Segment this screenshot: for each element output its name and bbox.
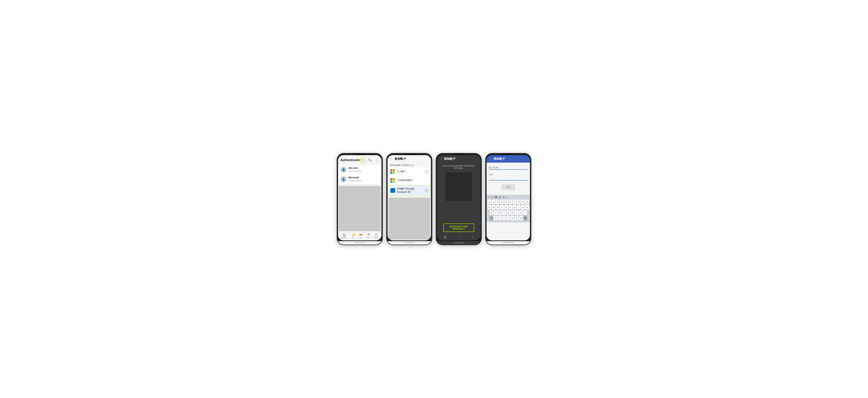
key-z[interactable]: z	[494, 216, 497, 220]
key-v[interactable]: v	[506, 216, 510, 220]
done-button[interactable]: 完成	[501, 184, 515, 190]
account-name-microsoft: Microsoft	[348, 176, 378, 179]
phone3-bottom-nav: ||| ○ ‹	[437, 234, 480, 240]
key-backspace[interactable]: ⌫	[523, 216, 527, 220]
settings-icon[interactable]: ⚙	[503, 196, 505, 199]
nav-password[interactable]: 🔑 密码	[352, 233, 355, 239]
phone-2: ← 添加帐户 您添加的帐户类型是什么? 个人帐户 i	[386, 153, 432, 245]
keyboard-rows: 1 2 3 4 5 6 7 8 9 0 q w e r t y	[487, 199, 530, 222]
keyboard-icon[interactable]: ⌨	[494, 196, 497, 199]
account-sub-okx	[348, 170, 362, 172]
back-button-phone2[interactable]: ←	[390, 157, 393, 161]
form-area: 密钥 完成	[487, 163, 530, 195]
key-8[interactable]: 8	[517, 200, 521, 204]
info-icon-other[interactable]: i	[425, 189, 428, 192]
number-row: 1 2 3 4 5 6 7 8 9 0	[487, 200, 530, 204]
screen-title-phone3: 添加帐户	[444, 157, 456, 161]
key-6[interactable]: 6	[508, 200, 512, 204]
key-t[interactable]: t	[504, 205, 508, 210]
add-button[interactable]: +	[360, 158, 366, 163]
account-item-microsoft[interactable]: 👤 Microsoft ›	[338, 175, 381, 184]
key-u[interactable]: u	[513, 205, 516, 210]
nav-back-icon: ‹	[472, 235, 473, 239]
key-1[interactable]: 1	[488, 200, 491, 204]
arrow-icon[interactable]: ▷	[506, 196, 508, 199]
key-j[interactable]: j	[515, 210, 519, 215]
key-h[interactable]: h	[511, 210, 514, 215]
info-icon-personal[interactable]: i	[425, 170, 428, 173]
key-9[interactable]: 9	[521, 200, 525, 204]
avatar-okx: 👤	[340, 167, 346, 173]
phone3-header: ← 添加帐户	[437, 155, 480, 162]
key-5[interactable]: 5	[504, 200, 508, 204]
key-q[interactable]: q	[488, 205, 491, 210]
app-title: Authenticator	[340, 159, 360, 162]
key-row-zxcv: ⇧ z x c v b n m ⌫	[487, 216, 530, 220]
account-type-name-other: 其他帐户(Google、Facebook 等)	[397, 187, 425, 194]
more-button[interactable]: ⋮	[374, 158, 379, 163]
key-w[interactable]: w	[492, 205, 495, 210]
nav-lines-icon: |||	[444, 235, 446, 239]
home-indicator-4	[502, 243, 514, 243]
account-sub-microsoft	[348, 180, 362, 181]
key-e[interactable]: e	[496, 205, 499, 210]
key-i[interactable]: i	[517, 205, 521, 210]
key-7[interactable]: 7	[513, 200, 516, 204]
account-name-input[interactable]	[489, 166, 528, 170]
nav-payment[interactable]: 💳 付款	[359, 233, 363, 239]
key-p[interactable]: p	[526, 205, 529, 210]
nav-label-authenticator: Authetic...	[341, 237, 348, 238]
account-type-personal[interactable]: 个人帐户 i	[388, 167, 430, 176]
header-icons: + 🔍 ⋮	[360, 158, 379, 163]
screen-title-phone2: 添加帐户	[395, 157, 406, 161]
key-s[interactable]: s	[494, 210, 497, 215]
nav-label-address: 地址	[367, 237, 370, 239]
phone4-bottom-bar	[486, 241, 531, 245]
account-type-other[interactable]: 👤 其他帐户(Google、Facebook 等) i	[388, 185, 430, 196]
key-4[interactable]: 4	[500, 200, 504, 204]
key-m[interactable]: m	[519, 216, 523, 220]
key-g[interactable]: g	[506, 210, 510, 215]
key-d[interactable]: d	[498, 210, 501, 215]
key-3[interactable]: 3	[496, 200, 499, 204]
enter-code-manually-button[interactable]: OR ENTER CODE MANUALLY	[443, 224, 474, 232]
nav-authenticator[interactable]: 🏠 Authetic...	[341, 233, 348, 239]
search-button[interactable]: 🔍	[367, 158, 373, 163]
key-r[interactable]: r	[500, 205, 504, 210]
more-toolbar-icon[interactable]: ···	[527, 196, 529, 199]
account-type-work[interactable]: 工作或学校帐户	[388, 176, 430, 185]
secret-key-field: 密钥	[489, 173, 528, 180]
key-y[interactable]: y	[508, 205, 512, 210]
nav-verified[interactable]: 📋 已验证	[374, 233, 378, 239]
key-c[interactable]: c	[502, 216, 506, 220]
key-k[interactable]: k	[519, 210, 523, 215]
phone-1: Authenticator + 🔍 ⋮ 👤 okx.com- ›	[337, 153, 383, 245]
back-button-phone4[interactable]: ←	[489, 157, 492, 161]
mic-icon[interactable]: 🎤	[499, 196, 501, 199]
key-shift[interactable]: ⇧	[489, 216, 493, 220]
key-n[interactable]: n	[515, 216, 519, 220]
spacer-phone3	[437, 203, 480, 220]
key-o[interactable]: o	[521, 205, 525, 210]
nav-address[interactable]: 📍 地址	[367, 233, 370, 239]
phone2-header: ← 添加帐户	[388, 155, 431, 162]
other-account-icon: 👤	[391, 188, 395, 193]
account-name-field	[489, 166, 528, 170]
key-2[interactable]: 2	[492, 200, 495, 204]
back-button-phone3[interactable]: ←	[439, 157, 442, 161]
key-x[interactable]: x	[498, 216, 501, 220]
phone1-bottom-bar	[337, 241, 382, 245]
account-info-microsoft: Microsoft	[348, 176, 378, 182]
phone3-screen: ← 添加帐户 Your account provider will displa…	[437, 155, 480, 240]
key-a[interactable]: a	[490, 210, 493, 215]
key-l[interactable]: l	[523, 210, 527, 215]
key-f[interactable]: f	[502, 210, 506, 215]
secret-key-input[interactable]	[489, 177, 528, 180]
key-0[interactable]: 0	[526, 200, 529, 204]
account-item-okx[interactable]: 👤 okx.com- ›	[338, 165, 381, 174]
clipboard-icon[interactable]: ⊡	[491, 196, 493, 199]
emoji-icon[interactable]: ☺	[488, 196, 490, 199]
phone4-header: ← 添加帐户	[487, 155, 530, 163]
keyboard-toolbar: ☺ ⊡ ⌨ 🎤 ⚙ ▷ ···	[487, 195, 530, 199]
key-b[interactable]: b	[511, 216, 514, 220]
